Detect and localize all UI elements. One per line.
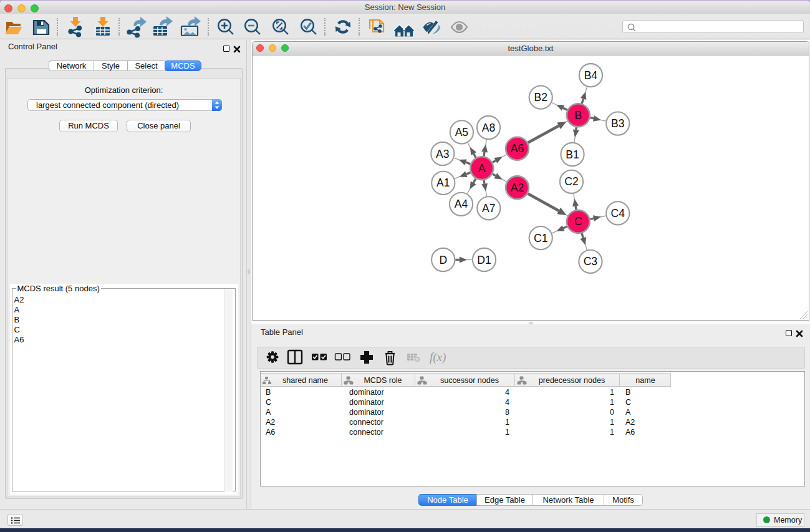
svg-text:C1: C1 [534, 232, 547, 244]
svg-text:B2: B2 [534, 91, 547, 104]
svg-text:f(x): f(x) [430, 351, 446, 364]
svg-text:C3: C3 [584, 256, 597, 268]
svg-text:C: C [574, 216, 582, 228]
svg-text:A6: A6 [511, 143, 524, 155]
svg-text:B1: B1 [566, 148, 579, 161]
svg-text:B3: B3 [611, 117, 624, 130]
svg-text:D: D [439, 254, 447, 266]
svg-text:C4: C4 [611, 207, 625, 220]
svg-text:C2: C2 [564, 176, 578, 188]
svg-text:B: B [574, 109, 582, 122]
svg-text:A7: A7 [482, 202, 495, 215]
svg-text:A1: A1 [436, 177, 450, 190]
svg-text:A3: A3 [436, 148, 449, 160]
svg-text:D1: D1 [477, 254, 491, 266]
svg-text:A5: A5 [455, 126, 468, 138]
svg-text:A: A [478, 162, 486, 175]
svg-text:A4: A4 [455, 198, 468, 211]
svg-text:A8: A8 [482, 122, 495, 134]
svg-text:B4: B4 [584, 69, 598, 82]
svg-text:A2: A2 [511, 181, 524, 194]
